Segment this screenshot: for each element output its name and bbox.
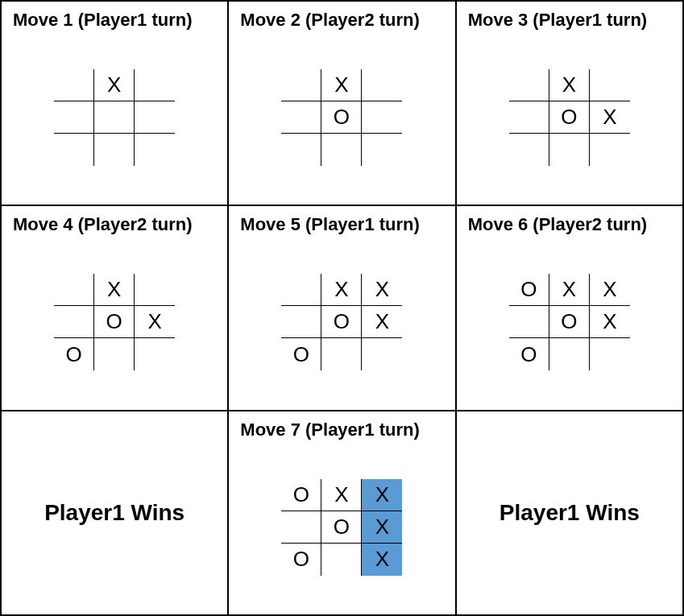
cell-1-0 — [281, 101, 321, 134]
cell-0-1: X — [321, 479, 362, 511]
cell-2-2 — [590, 338, 630, 370]
cell-0-2 — [135, 69, 175, 101]
cell-0-2 — [135, 274, 175, 306]
cell-1-1: O — [321, 511, 362, 544]
cell-0-2 — [362, 69, 402, 101]
cell-0-1: X — [94, 69, 135, 101]
cell-2-1 — [94, 338, 135, 370]
cell-2-1 — [321, 338, 362, 370]
result-panel-left: Player1 Wins — [1, 411, 228, 615]
move-title: Move 1 (Player1 turn) — [13, 10, 216, 31]
cell-2-1 — [549, 338, 590, 370]
cell-2-0 — [509, 134, 549, 166]
tic-tac-toe-board: X — [54, 69, 175, 166]
cell-0-0: O — [509, 274, 549, 306]
cell-1-1: O — [94, 306, 135, 338]
cell-0-0 — [509, 69, 549, 101]
cell-1-2: X — [362, 306, 402, 338]
cell-1-2 — [362, 101, 402, 134]
move-panel-1: Move 1 (Player1 turn) X — [1, 1, 228, 205]
cell-1-2: X — [590, 101, 630, 134]
tic-tac-toe-board: O X X O X O X — [281, 479, 402, 576]
game-history-grid: Move 1 (Player1 turn) X Move 2 (Player2 … — [0, 0, 684, 616]
cell-1-0 — [281, 306, 321, 338]
cell-2-1 — [94, 134, 135, 166]
move-panel-6: Move 6 (Player2 turn) O X X O X O — [456, 205, 683, 410]
move-title: Move 4 (Player2 turn) — [13, 214, 216, 235]
cell-0-1: X — [549, 69, 590, 101]
move-title: Move 6 (Player2 turn) — [468, 214, 671, 235]
cell-1-2: X — [135, 306, 175, 338]
cell-0-0 — [54, 69, 94, 101]
move-title: Move 3 (Player1 turn) — [468, 10, 671, 31]
cell-2-2 — [135, 134, 175, 166]
result-panel-right: Player1 Wins — [456, 411, 683, 615]
cell-0-1: X — [321, 274, 362, 306]
board-wrap: X O — [240, 39, 443, 196]
cell-2-1 — [321, 134, 362, 166]
cell-2-0: O — [54, 338, 94, 370]
move-title: Move 2 (Player2 turn) — [240, 10, 443, 31]
move-panel-3: Move 3 (Player1 turn) X O X — [456, 1, 683, 205]
cell-2-2 — [590, 134, 630, 166]
cell-0-0 — [281, 69, 321, 101]
tic-tac-toe-board: O X X O X O — [509, 274, 630, 370]
move-title: Move 5 (Player1 turn) — [240, 214, 443, 235]
cell-0-2: X — [590, 274, 630, 306]
cell-0-2 — [590, 69, 630, 101]
cell-1-0 — [509, 306, 549, 338]
cell-1-0 — [509, 101, 549, 134]
cell-2-0: O — [281, 544, 321, 576]
move-panel-4: Move 4 (Player2 turn) X O X O — [1, 205, 228, 410]
tic-tac-toe-board: X O X O — [54, 274, 175, 370]
cell-1-0 — [281, 511, 321, 544]
move-panel-2: Move 2 (Player2 turn) X O — [228, 1, 455, 205]
cell-1-2: X — [590, 306, 630, 338]
cell-1-0 — [54, 306, 94, 338]
board-wrap: X O X — [468, 39, 671, 196]
cell-0-1: X — [94, 274, 135, 306]
cell-2-0 — [54, 134, 94, 166]
cell-2-2: X — [362, 544, 402, 576]
cell-0-0 — [54, 274, 94, 306]
cell-2-2 — [135, 338, 175, 370]
move-panel-5: Move 5 (Player1 turn) X X O X O — [228, 205, 455, 410]
cell-2-1 — [549, 134, 590, 166]
cell-2-1 — [321, 544, 362, 576]
cell-1-1: O — [321, 101, 362, 134]
cell-2-0: O — [281, 338, 321, 370]
cell-1-1: O — [321, 306, 362, 338]
cell-2-2 — [362, 338, 402, 370]
cell-0-1: X — [321, 69, 362, 101]
board-wrap: X O X O — [13, 243, 216, 401]
cell-0-0 — [281, 274, 321, 306]
tic-tac-toe-board: X O X — [509, 69, 630, 166]
move-title: Move 7 (Player1 turn) — [240, 420, 443, 440]
cell-1-0 — [54, 101, 94, 134]
result-text: Player1 Wins — [500, 500, 640, 526]
cell-1-2: X — [362, 511, 402, 544]
cell-1-1: O — [549, 306, 590, 338]
board-wrap: O X X O X O — [468, 243, 671, 401]
cell-1-1 — [94, 101, 135, 134]
cell-2-0: O — [509, 338, 549, 370]
cell-0-1: X — [549, 274, 590, 306]
tic-tac-toe-board: X O — [281, 69, 402, 166]
cell-1-1: O — [549, 101, 590, 134]
cell-0-2: X — [362, 274, 402, 306]
board-wrap: X X O X O — [240, 243, 443, 401]
result-text: Player1 Wins — [44, 500, 184, 526]
cell-0-2: X — [362, 479, 402, 511]
move-panel-7: Move 7 (Player1 turn) O X X O X O X — [228, 411, 455, 615]
cell-2-2 — [362, 134, 402, 166]
cell-0-0: O — [281, 479, 321, 511]
cell-2-0 — [281, 134, 321, 166]
cell-1-2 — [135, 101, 175, 134]
tic-tac-toe-board: X X O X O — [281, 274, 402, 370]
board-wrap: O X X O X O X — [240, 449, 443, 606]
board-wrap: X — [13, 39, 216, 196]
